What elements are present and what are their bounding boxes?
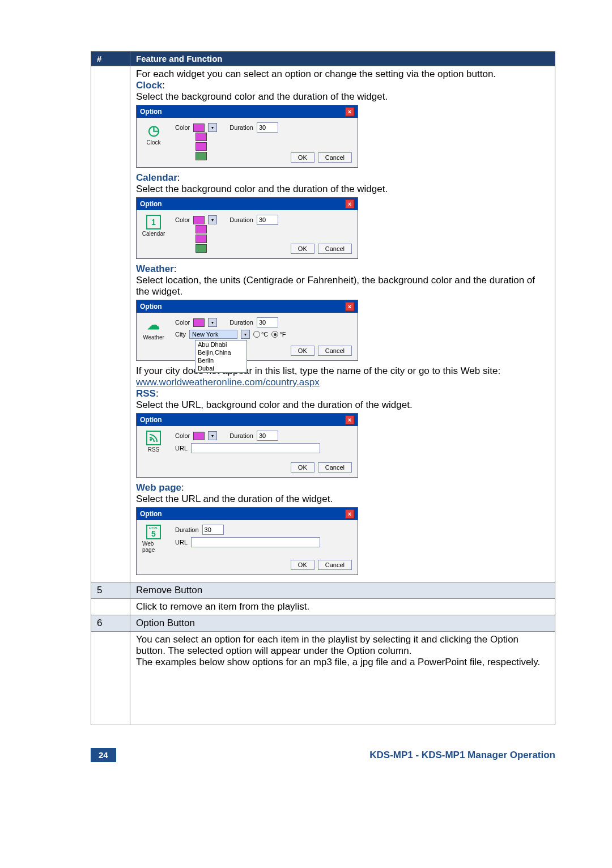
color-swatch[interactable] xyxy=(193,216,205,224)
color-swatch[interactable] xyxy=(193,318,205,327)
duration-label: Duration xyxy=(175,526,199,533)
weather-option-dialog: Option × ☁ Weather Color ▾ xyxy=(136,300,358,361)
close-icon[interactable]: × xyxy=(345,199,354,209)
table-row: You can select an option for each item i… xyxy=(91,632,555,725)
cancel-button[interactable]: Cancel xyxy=(318,152,352,163)
chevron-down-icon[interactable]: ▾ xyxy=(208,123,217,132)
header-feature: Feature and Function xyxy=(130,52,555,66)
calendar-icon: 1 xyxy=(146,215,161,229)
duration-input[interactable] xyxy=(257,431,278,441)
url-input[interactable] xyxy=(191,443,320,453)
duration-label: Duration xyxy=(230,319,253,326)
cancel-button[interactable]: Cancel xyxy=(318,346,352,356)
webpage-option-dialog: Option × HTML 5 Web page xyxy=(136,507,358,575)
row6-title: Option Button xyxy=(130,615,555,632)
calendar-option-dialog: Option × 1 Calendar Color ▾ xyxy=(136,197,358,259)
unit-f-radio[interactable]: °F xyxy=(271,331,286,338)
ok-button[interactable]: OK xyxy=(291,560,314,570)
color-label: Color xyxy=(175,216,190,223)
clock-icon: ◷ xyxy=(146,122,162,138)
list-item: Berlin xyxy=(196,356,246,364)
url-input[interactable] xyxy=(191,537,320,547)
page-number-badge: 24 xyxy=(91,748,116,762)
weather-desc: Select location, the units (Centigrade o… xyxy=(136,275,549,297)
row6-desc: You can select an option for each item i… xyxy=(130,632,555,725)
cancel-button[interactable]: Cancel xyxy=(318,244,352,254)
close-icon[interactable]: × xyxy=(345,302,354,311)
close-icon[interactable]: × xyxy=(345,107,354,116)
unit-c-radio[interactable]: °C xyxy=(253,331,268,338)
duration-label: Duration xyxy=(230,216,253,223)
webpage-desc: Select the URL and the duration of the w… xyxy=(136,493,549,505)
cancel-button[interactable]: Cancel xyxy=(318,560,352,570)
weather-icon: ☁ xyxy=(146,317,162,333)
row5-desc: Click to remove an item from the playlis… xyxy=(130,599,555,615)
dialog-title: Option xyxy=(140,108,162,116)
color-label: Color xyxy=(175,124,190,131)
html5-icon: HTML 5 xyxy=(146,525,161,539)
city-label: City xyxy=(175,331,186,338)
icon-label: RSS xyxy=(148,446,160,453)
list-item: Dubai xyxy=(196,364,246,372)
ok-button[interactable]: OK xyxy=(291,346,314,356)
row-num: 6 xyxy=(91,615,130,632)
rss-option-dialog: Option × RSS Color xyxy=(136,413,358,478)
calendar-desc: Select the background color and the dura… xyxy=(136,184,549,195)
duration-input[interactable] xyxy=(202,525,224,535)
rss-heading: RSS xyxy=(136,388,156,399)
webpage-heading: Web page xyxy=(136,482,181,493)
chevron-down-icon[interactable]: ▾ xyxy=(208,431,217,440)
color-swatch[interactable] xyxy=(193,432,205,440)
clock-desc: Select the background color and the dura… xyxy=(136,91,549,103)
dialog-title: Option xyxy=(140,303,162,310)
city-dropdown-list[interactable]: Abu Dhabi Beijin,China Berlin Dubai xyxy=(195,340,247,373)
ok-button[interactable]: OK xyxy=(291,462,314,473)
ok-button[interactable]: OK xyxy=(291,152,314,163)
weather-link[interactable]: www.worldweatheronline.com/country.aspx xyxy=(136,377,320,388)
duration-input[interactable] xyxy=(257,215,278,225)
header-num: # xyxy=(91,52,130,66)
city-select[interactable]: New York xyxy=(189,330,237,339)
row5-title: Remove Button xyxy=(130,582,555,599)
row-num: 5 xyxy=(91,582,130,599)
table-row: 5 Remove Button xyxy=(91,582,555,599)
duration-label: Duration xyxy=(230,124,253,131)
rss-icon xyxy=(146,431,161,445)
color-label: Color xyxy=(175,319,190,326)
url-label: URL xyxy=(175,445,188,452)
dialog-title: Option xyxy=(140,200,162,208)
color-dropdown-list[interactable] xyxy=(196,133,207,160)
close-icon[interactable]: × xyxy=(345,509,354,518)
list-item: Beijin,China xyxy=(196,348,246,356)
clock-option-dialog: Option × ◷ Clock Color ▾ xyxy=(136,105,358,168)
chevron-down-icon[interactable]: ▾ xyxy=(208,318,217,327)
footer-text: KDS-MP1 - KDS-MP1 Manager Operation xyxy=(369,750,555,761)
icon-label: Clock xyxy=(146,139,160,146)
list-item: Abu Dhabi xyxy=(196,341,246,348)
widget-intro: For each widget you can select an option… xyxy=(136,69,549,80)
rss-desc: Select the URL, background color and the… xyxy=(136,399,549,411)
icon-label: Web page xyxy=(142,541,165,553)
table-row: 6 Option Button xyxy=(91,615,555,632)
url-label: URL xyxy=(175,539,188,546)
dialog-title: Option xyxy=(140,416,162,424)
ok-button[interactable]: OK xyxy=(291,244,314,254)
duration-input[interactable] xyxy=(257,122,278,133)
close-icon[interactable]: × xyxy=(345,415,354,424)
weather-heading: Weather xyxy=(136,263,174,274)
color-swatch[interactable] xyxy=(193,124,205,132)
color-label: Color xyxy=(175,432,190,439)
chevron-down-icon[interactable]: ▾ xyxy=(208,215,217,224)
table-row: For each widget you can select an option… xyxy=(91,66,555,582)
icon-label: Calendar xyxy=(142,231,165,237)
dialog-title: Option xyxy=(140,510,162,518)
clock-heading: Clock xyxy=(136,80,162,91)
duration-label: Duration xyxy=(230,432,253,439)
cancel-button[interactable]: Cancel xyxy=(318,462,352,473)
chevron-down-icon[interactable]: ▾ xyxy=(241,330,250,339)
table-row: Click to remove an item from the playlis… xyxy=(91,599,555,615)
calendar-heading: Calendar xyxy=(136,172,177,183)
feature-table: # Feature and Function For each widget y… xyxy=(91,51,555,725)
color-dropdown-list[interactable] xyxy=(196,225,207,253)
duration-input[interactable] xyxy=(257,317,278,327)
